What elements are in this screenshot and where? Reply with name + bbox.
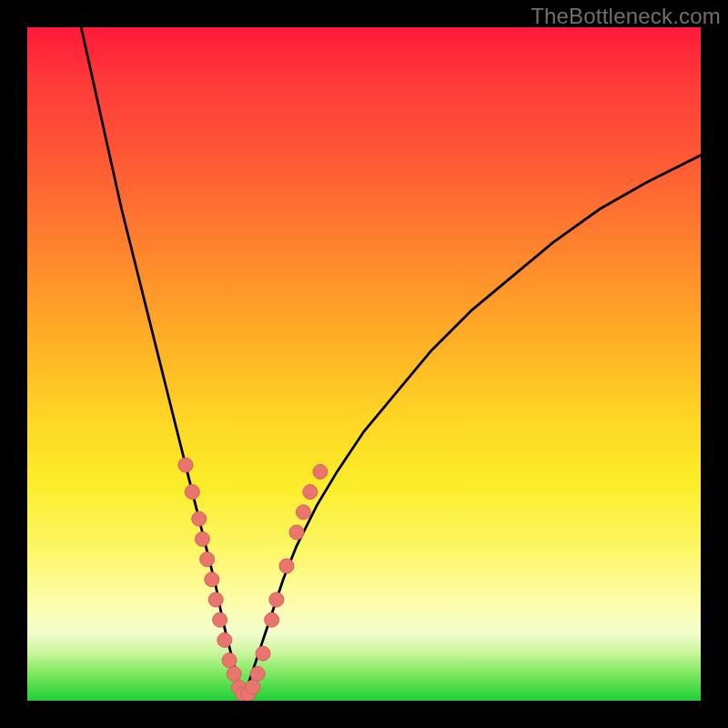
data-marker: [256, 646, 270, 661]
data-marker: [208, 592, 223, 607]
chart-svg: [27, 27, 701, 701]
data-marker: [192, 511, 207, 526]
data-marker: [279, 559, 294, 573]
data-marker: [222, 653, 237, 668]
plot-area: [27, 27, 701, 701]
watermark-text: TheBottleneck.com: [531, 4, 721, 29]
chart-frame: TheBottleneck.com: [0, 0, 728, 728]
data-marker: [185, 485, 199, 500]
data-marker: [303, 485, 318, 500]
data-marker: [313, 464, 328, 479]
data-marker: [246, 680, 260, 694]
data-marker: [265, 612, 279, 627]
data-marker: [200, 552, 215, 567]
data-marker: [178, 458, 193, 472]
data-marker: [195, 531, 209, 546]
curve-right-branch: [243, 156, 701, 701]
data-marker: [217, 632, 232, 647]
data-marker: [289, 525, 304, 540]
data-markers: [178, 458, 328, 701]
data-marker: [205, 572, 219, 587]
data-marker: [250, 666, 265, 681]
data-marker: [213, 612, 228, 627]
data-marker: [269, 592, 284, 607]
data-marker: [296, 505, 310, 520]
data-marker: [227, 666, 241, 681]
